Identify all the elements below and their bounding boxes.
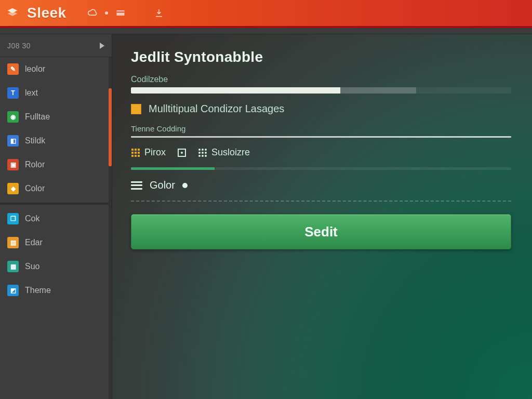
- radio-icon[interactable]: [182, 183, 188, 188]
- progress-bar-small[interactable]: [131, 167, 511, 170]
- sidebar-item-label: leolor: [25, 64, 45, 74]
- doc-icon: ❐: [7, 213, 19, 224]
- feature-label: Mulltitipual Condizor Lasages: [149, 103, 284, 115]
- sidebar-header[interactable]: J08 30: [0, 34, 112, 57]
- sidebar-item-label: Color: [25, 184, 45, 193]
- feature-row[interactable]: Mulltitipual Condizor Lasages: [131, 103, 511, 115]
- sidebar-item-edar[interactable]: ▤ Edar: [0, 231, 112, 255]
- sidebar-header-label: J08 30: [7, 42, 31, 50]
- palette-icon: ◆: [7, 183, 19, 194]
- progress-tail: [340, 87, 416, 94]
- square-icon: [177, 148, 187, 157]
- sidebar: J08 30 ✎ leolor T lext ◉ Fulltae ◧ Stild…: [0, 34, 112, 399]
- app-name: Sleek: [27, 5, 66, 21]
- svg-rect-12: [138, 155, 140, 157]
- svg-marker-1: [8, 11, 18, 16]
- svg-point-21: [198, 155, 201, 157]
- sidebar-item-label: Cok: [25, 214, 39, 223]
- chip-separator: [177, 148, 187, 157]
- svg-point-23: [205, 155, 207, 157]
- section-codilzebe: Codilzebe: [131, 75, 511, 94]
- section-tienne: Tienne Codding: [131, 124, 511, 138]
- sidebar-item-label: Theme: [25, 286, 51, 295]
- svg-point-18: [198, 152, 201, 154]
- sidebar-item-label: Stildk: [25, 136, 45, 145]
- chip-susloizre[interactable]: Susloizre: [198, 147, 250, 158]
- sidebar-item-color[interactable]: ◆ Color: [0, 177, 112, 201]
- dashed-rule: [131, 201, 511, 202]
- sidebar-item-suo[interactable]: ▦ Suo: [0, 255, 112, 278]
- svg-point-17: [205, 149, 207, 151]
- theme-icon: ◩: [7, 285, 19, 296]
- primary-button[interactable]: Sedit: [131, 214, 511, 249]
- svg-rect-6: [138, 149, 140, 151]
- card-icon[interactable]: [115, 8, 126, 18]
- download-icon[interactable]: [154, 8, 164, 18]
- play-icon[interactable]: [100, 43, 104, 49]
- svg-point-14: [181, 152, 183, 154]
- sidebar-item-fulltae[interactable]: ◉ Fulltae: [0, 105, 112, 129]
- main-panel: Jedlit Syntonabble Codilzebe Mulltitipua…: [112, 34, 532, 399]
- grid-icon: ▦: [7, 261, 19, 272]
- rule: [131, 136, 511, 138]
- text-icon: T: [7, 87, 19, 99]
- sidebar-item-label: Edar: [25, 238, 43, 247]
- progress-fill: [131, 87, 340, 94]
- folder-icon: ▤: [7, 237, 19, 248]
- svg-point-22: [202, 155, 204, 157]
- cube-icon: ◧: [7, 135, 19, 147]
- option-label: Golor: [150, 179, 175, 191]
- page-title: Jedlit Syntonabble: [131, 49, 511, 65]
- chip-row: Pirox Susloizre: [131, 147, 511, 158]
- sidebar-divider: [0, 203, 112, 205]
- svg-rect-8: [135, 152, 137, 154]
- svg-point-15: [198, 149, 201, 151]
- chip-label: Pirox: [144, 147, 166, 158]
- sidebar-item-cok[interactable]: ❐ Cok: [0, 207, 112, 231]
- svg-rect-4: [131, 149, 134, 151]
- svg-rect-7: [131, 152, 134, 154]
- chip-pirox[interactable]: Pirox: [131, 147, 166, 158]
- svg-point-19: [202, 152, 204, 154]
- sidebar-item-stildk[interactable]: ◧ Stildk: [0, 129, 112, 153]
- sidebar-item-label: Suo: [25, 262, 39, 271]
- primary-button-label: Sedit: [304, 224, 338, 240]
- sidebar-scroll-thumb[interactable]: [109, 88, 112, 166]
- svg-point-16: [202, 149, 204, 151]
- edit-icon: ✎: [7, 63, 19, 75]
- sidebar-scrollbar[interactable]: [109, 57, 112, 399]
- option-golor[interactable]: Golor: [131, 179, 511, 191]
- checkbox-icon[interactable]: [131, 104, 141, 114]
- sidebar-item-label: Rolor: [25, 160, 45, 169]
- sidebar-item-label: Fulltae: [25, 112, 50, 122]
- dot-separator-icon: [105, 11, 108, 15]
- shield-icon: ◉: [7, 111, 19, 123]
- sidebar-item-rolor[interactable]: ▣ Rolor: [0, 153, 112, 177]
- svg-rect-3: [116, 12, 124, 13]
- sidebar-list-primary: ✎ leolor T lext ◉ Fulltae ◧ Stildk ▣ Rol…: [0, 57, 112, 201]
- section-label: Tienne Codding: [131, 124, 511, 133]
- swatch-icon: ▣: [7, 159, 19, 170]
- toolbar-strip: [0, 28, 532, 34]
- sidebar-item-lext[interactable]: T lext: [0, 81, 112, 105]
- sidebar-list-secondary: ❐ Cok ▤ Edar ▦ Suo ◩ Theme: [0, 207, 112, 302]
- svg-rect-9: [138, 152, 140, 154]
- svg-rect-5: [135, 149, 137, 151]
- svg-rect-10: [131, 155, 134, 157]
- menu-icon: [131, 181, 142, 190]
- app-logo-icon: [5, 6, 20, 20]
- cloud-icon[interactable]: [87, 8, 98, 18]
- sidebar-item-label: lext: [25, 88, 38, 98]
- grid-dots-icon: [198, 148, 207, 157]
- matrix-icon: [131, 148, 140, 157]
- progress-fill: [131, 167, 215, 170]
- section-label: Codilzebe: [131, 75, 511, 84]
- chip-label: Susloizre: [211, 147, 250, 158]
- titlebar: Sleek: [0, 0, 532, 28]
- svg-rect-2: [116, 10, 124, 16]
- svg-point-20: [205, 152, 207, 154]
- svg-rect-11: [135, 155, 137, 157]
- sidebar-item-theme[interactable]: ◩ Theme: [0, 278, 112, 302]
- sidebar-item-leolor[interactable]: ✎ leolor: [0, 57, 112, 81]
- progress-bar[interactable]: [131, 87, 511, 94]
